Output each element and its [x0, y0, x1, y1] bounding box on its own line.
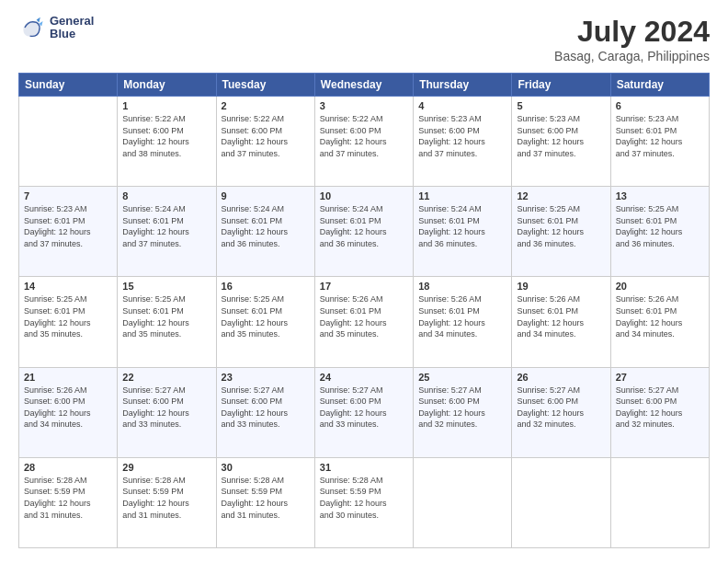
- day-number: 24: [320, 372, 408, 383]
- week-row-1: 1Sunrise: 5:22 AM Sunset: 6:00 PM Daylig…: [19, 97, 710, 187]
- day-info: Sunrise: 5:25 AM Sunset: 6:01 PM Dayligh…: [122, 293, 210, 339]
- logo-icon: [18, 15, 44, 40]
- calendar-cell: 15Sunrise: 5:25 AM Sunset: 6:01 PM Dayli…: [118, 277, 216, 367]
- calendar-cell: 23Sunrise: 5:27 AM Sunset: 6:00 PM Dayli…: [216, 367, 314, 457]
- calendar-cell: 28Sunrise: 5:28 AM Sunset: 5:59 PM Dayli…: [19, 457, 118, 547]
- calendar-cell: 5Sunrise: 5:23 AM Sunset: 6:00 PM Daylig…: [512, 97, 610, 187]
- day-info: Sunrise: 5:24 AM Sunset: 6:01 PM Dayligh…: [222, 203, 310, 249]
- day-number: 11: [418, 190, 506, 201]
- day-number: 9: [222, 190, 310, 201]
- day-info: Sunrise: 5:26 AM Sunset: 6:01 PM Dayligh…: [616, 293, 704, 339]
- day-number: 30: [222, 462, 310, 473]
- day-number: 12: [517, 190, 605, 201]
- day-number: 23: [222, 372, 310, 383]
- day-number: 19: [517, 281, 605, 292]
- day-info: Sunrise: 5:26 AM Sunset: 6:00 PM Dayligh…: [24, 385, 112, 431]
- day-number: 29: [122, 462, 210, 473]
- day-info: Sunrise: 5:25 AM Sunset: 6:01 PM Dayligh…: [222, 293, 310, 339]
- col-header-monday: Monday: [118, 74, 216, 97]
- col-header-sunday: Sunday: [19, 74, 118, 97]
- day-number: 15: [122, 281, 210, 292]
- day-info: Sunrise: 5:27 AM Sunset: 6:00 PM Dayligh…: [122, 385, 210, 431]
- day-number: 26: [517, 372, 605, 383]
- week-row-3: 14Sunrise: 5:25 AM Sunset: 6:01 PM Dayli…: [19, 277, 710, 367]
- logo: General Blue: [18, 15, 94, 41]
- calendar-cell: 21Sunrise: 5:26 AM Sunset: 6:00 PM Dayli…: [19, 367, 118, 457]
- page: General Blue July 2024 Basag, Caraga, Ph…: [0, 0, 728, 563]
- col-header-friday: Friday: [512, 74, 610, 97]
- day-number: 6: [616, 100, 704, 111]
- day-number: 2: [222, 100, 310, 111]
- day-number: 25: [418, 372, 506, 383]
- day-info: Sunrise: 5:23 AM Sunset: 6:00 PM Dayligh…: [418, 113, 506, 159]
- day-info: Sunrise: 5:22 AM Sunset: 6:00 PM Dayligh…: [222, 113, 310, 159]
- day-info: Sunrise: 5:26 AM Sunset: 6:01 PM Dayligh…: [418, 293, 506, 339]
- day-info: Sunrise: 5:25 AM Sunset: 6:01 PM Dayligh…: [24, 293, 112, 339]
- calendar-cell: 10Sunrise: 5:24 AM Sunset: 6:01 PM Dayli…: [314, 187, 413, 277]
- title-block: July 2024 Basag, Caraga, Philippines: [554, 15, 710, 63]
- calendar-cell: 14Sunrise: 5:25 AM Sunset: 6:01 PM Dayli…: [19, 277, 118, 367]
- calendar-cell: [610, 457, 709, 547]
- calendar-cell: 27Sunrise: 5:27 AM Sunset: 6:00 PM Dayli…: [610, 367, 709, 457]
- calendar-cell: 17Sunrise: 5:26 AM Sunset: 6:01 PM Dayli…: [314, 277, 413, 367]
- day-number: 20: [616, 281, 704, 292]
- day-number: 18: [418, 281, 506, 292]
- calendar-cell: [414, 457, 512, 547]
- calendar-cell: 30Sunrise: 5:28 AM Sunset: 5:59 PM Dayli…: [216, 457, 314, 547]
- day-number: 5: [517, 100, 605, 111]
- col-header-tuesday: Tuesday: [216, 74, 314, 97]
- calendar-cell: 6Sunrise: 5:23 AM Sunset: 6:01 PM Daylig…: [610, 97, 709, 187]
- calendar-cell: 7Sunrise: 5:23 AM Sunset: 6:01 PM Daylig…: [19, 187, 118, 277]
- week-row-4: 21Sunrise: 5:26 AM Sunset: 6:00 PM Dayli…: [19, 367, 710, 457]
- day-info: Sunrise: 5:27 AM Sunset: 6:00 PM Dayligh…: [418, 385, 506, 431]
- calendar-cell: 19Sunrise: 5:26 AM Sunset: 6:01 PM Dayli…: [512, 277, 610, 367]
- week-row-2: 7Sunrise: 5:23 AM Sunset: 6:01 PM Daylig…: [19, 187, 710, 277]
- logo-line1: General: [50, 15, 94, 28]
- calendar-cell: 12Sunrise: 5:25 AM Sunset: 6:01 PM Dayli…: [512, 187, 610, 277]
- header: General Blue July 2024 Basag, Caraga, Ph…: [18, 15, 710, 63]
- day-info: Sunrise: 5:28 AM Sunset: 5:59 PM Dayligh…: [320, 475, 408, 521]
- calendar-cell: 9Sunrise: 5:24 AM Sunset: 6:01 PM Daylig…: [216, 187, 314, 277]
- calendar-cell: 3Sunrise: 5:22 AM Sunset: 6:00 PM Daylig…: [314, 97, 413, 187]
- day-number: 10: [320, 190, 408, 201]
- calendar-cell: 20Sunrise: 5:26 AM Sunset: 6:01 PM Dayli…: [610, 277, 709, 367]
- day-number: 8: [122, 190, 210, 201]
- day-number: 3: [320, 100, 408, 111]
- month-year: July 2024: [554, 15, 710, 49]
- day-number: 14: [24, 281, 112, 292]
- calendar-cell: 11Sunrise: 5:24 AM Sunset: 6:01 PM Dayli…: [414, 187, 512, 277]
- logo-line2: Blue: [50, 28, 94, 40]
- calendar-cell: [512, 457, 610, 547]
- header-row: SundayMondayTuesdayWednesdayThursdayFrid…: [19, 74, 710, 97]
- day-info: Sunrise: 5:28 AM Sunset: 5:59 PM Dayligh…: [122, 475, 210, 521]
- day-info: Sunrise: 5:27 AM Sunset: 6:00 PM Dayligh…: [517, 385, 605, 431]
- day-info: Sunrise: 5:23 AM Sunset: 6:01 PM Dayligh…: [616, 113, 704, 159]
- day-info: Sunrise: 5:22 AM Sunset: 6:00 PM Dayligh…: [122, 113, 210, 159]
- day-number: 16: [222, 281, 310, 292]
- calendar-cell: [19, 97, 118, 187]
- day-info: Sunrise: 5:26 AM Sunset: 6:01 PM Dayligh…: [320, 293, 408, 339]
- day-info: Sunrise: 5:27 AM Sunset: 6:00 PM Dayligh…: [320, 385, 408, 431]
- calendar-cell: 2Sunrise: 5:22 AM Sunset: 6:00 PM Daylig…: [216, 97, 314, 187]
- day-info: Sunrise: 5:23 AM Sunset: 6:01 PM Dayligh…: [24, 203, 112, 249]
- day-number: 28: [24, 462, 112, 473]
- day-number: 21: [24, 372, 112, 383]
- col-header-wednesday: Wednesday: [314, 74, 413, 97]
- calendar-cell: 4Sunrise: 5:23 AM Sunset: 6:00 PM Daylig…: [414, 97, 512, 187]
- day-info: Sunrise: 5:22 AM Sunset: 6:00 PM Dayligh…: [320, 113, 408, 159]
- day-number: 4: [418, 100, 506, 111]
- calendar-cell: 1Sunrise: 5:22 AM Sunset: 6:00 PM Daylig…: [118, 97, 216, 187]
- calendar-cell: 29Sunrise: 5:28 AM Sunset: 5:59 PM Dayli…: [118, 457, 216, 547]
- calendar-cell: 8Sunrise: 5:24 AM Sunset: 6:01 PM Daylig…: [118, 187, 216, 277]
- day-number: 1: [122, 100, 210, 111]
- day-number: 31: [320, 462, 408, 473]
- day-info: Sunrise: 5:23 AM Sunset: 6:00 PM Dayligh…: [517, 113, 605, 159]
- calendar-cell: 18Sunrise: 5:26 AM Sunset: 6:01 PM Dayli…: [414, 277, 512, 367]
- day-info: Sunrise: 5:27 AM Sunset: 6:00 PM Dayligh…: [222, 385, 310, 431]
- day-number: 17: [320, 281, 408, 292]
- calendar-cell: 31Sunrise: 5:28 AM Sunset: 5:59 PM Dayli…: [314, 457, 413, 547]
- day-info: Sunrise: 5:28 AM Sunset: 5:59 PM Dayligh…: [222, 475, 310, 521]
- calendar-cell: 24Sunrise: 5:27 AM Sunset: 6:00 PM Dayli…: [314, 367, 413, 457]
- calendar-cell: 22Sunrise: 5:27 AM Sunset: 6:00 PM Dayli…: [118, 367, 216, 457]
- logo-text: General Blue: [50, 15, 94, 41]
